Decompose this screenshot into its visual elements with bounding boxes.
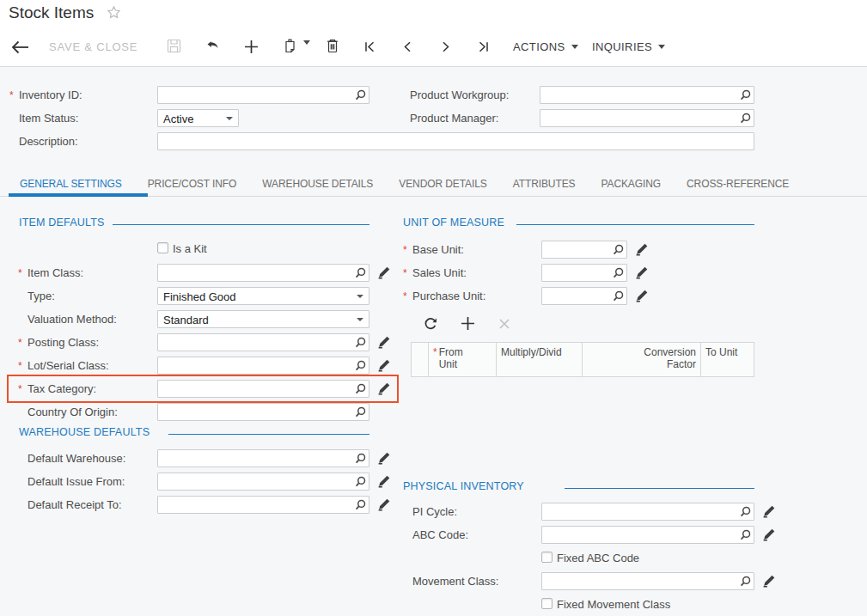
edit-pencil-icon[interactable] bbox=[635, 242, 649, 256]
edit-pencil-icon[interactable] bbox=[762, 574, 776, 588]
edit-pencil-icon[interactable] bbox=[377, 381, 391, 395]
search-icon[interactable] bbox=[354, 453, 366, 465]
search-icon[interactable] bbox=[739, 506, 751, 518]
save-close-button[interactable]: SAVE & CLOSE bbox=[49, 40, 137, 53]
search-icon[interactable] bbox=[612, 290, 624, 302]
back-arrow-icon[interactable] bbox=[11, 40, 29, 54]
previous-record-icon[interactable] bbox=[402, 41, 413, 52]
search-icon[interactable] bbox=[354, 499, 366, 511]
inquiries-menu-button[interactable]: INQUIRIES bbox=[592, 40, 665, 53]
movement-class-field[interactable] bbox=[541, 572, 754, 590]
search-icon[interactable] bbox=[354, 406, 366, 418]
inquiries-menu-label: INQUIRIES bbox=[592, 40, 652, 53]
tab-warehouse-details[interactable]: WAREHOUSE DETAILS bbox=[262, 178, 373, 190]
type-select[interactable]: Finished Good bbox=[157, 287, 369, 305]
pi-cycle-field[interactable] bbox=[541, 503, 754, 521]
sales-unit-field[interactable] bbox=[541, 264, 627, 282]
purchase-unit-field[interactable] bbox=[541, 287, 627, 305]
undo-icon[interactable] bbox=[205, 40, 220, 52]
edit-pencil-icon[interactable] bbox=[635, 289, 649, 302]
default-warehouse-label: Default Warehouse: bbox=[27, 452, 125, 465]
search-icon[interactable] bbox=[739, 529, 751, 541]
search-icon[interactable] bbox=[612, 267, 624, 279]
is-a-kit-checkbox[interactable] bbox=[157, 242, 168, 253]
search-icon[interactable] bbox=[354, 89, 366, 101]
tab-vendor-details[interactable]: VENDOR DETAILS bbox=[399, 178, 486, 190]
refresh-icon[interactable] bbox=[424, 317, 437, 331]
inventory-id-field[interactable] bbox=[157, 86, 369, 104]
edit-pencil-icon[interactable] bbox=[377, 335, 391, 349]
search-icon[interactable] bbox=[354, 476, 366, 488]
search-icon[interactable] bbox=[739, 89, 751, 101]
fixed-movement-class-checkbox[interactable] bbox=[541, 598, 553, 609]
search-icon[interactable] bbox=[354, 337, 366, 349]
fixed-abc-code-label: Fixed ABC Code bbox=[557, 552, 639, 564]
fixed-movement-class-label: Fixed Movement Class bbox=[557, 598, 670, 611]
edit-pencil-icon[interactable] bbox=[377, 474, 391, 488]
edit-pencil-icon[interactable] bbox=[762, 504, 776, 518]
default-receipt-to-field[interactable] bbox=[157, 496, 369, 514]
type-label: Type: bbox=[27, 290, 55, 302]
required-marker: * bbox=[403, 244, 407, 257]
default-issue-from-field[interactable] bbox=[157, 473, 369, 491]
product-manager-field[interactable] bbox=[540, 109, 754, 127]
active-tab-indicator bbox=[9, 193, 148, 197]
abc-code-field[interactable] bbox=[541, 526, 754, 544]
sales-unit-label: *Sales Unit: bbox=[412, 266, 467, 279]
valuation-method-select[interactable]: Standard bbox=[157, 310, 369, 328]
tab-packaging[interactable]: PACKAGING bbox=[601, 178, 661, 190]
edit-pencil-icon[interactable] bbox=[635, 265, 649, 279]
column-header-multiply-divide[interactable]: Multiply/Divid bbox=[497, 343, 583, 376]
chevron-down-icon bbox=[226, 117, 233, 120]
column-header-conversion-factor[interactable]: Conversion Factor bbox=[583, 343, 701, 376]
product-manager-label: Product Manager: bbox=[410, 112, 498, 125]
search-icon[interactable] bbox=[354, 267, 366, 279]
movement-class-label: Movement Class: bbox=[412, 575, 498, 588]
clipboard-menu-caret-icon[interactable] bbox=[303, 45, 310, 60]
edit-pencil-icon[interactable] bbox=[377, 497, 391, 511]
actions-caret-icon bbox=[571, 45, 578, 49]
tab-attributes[interactable]: ATTRIBUTES bbox=[513, 178, 576, 190]
delete-trash-icon[interactable] bbox=[326, 38, 339, 54]
lot-serial-class-field[interactable] bbox=[157, 357, 369, 375]
search-icon[interactable] bbox=[739, 113, 751, 125]
main-toolbar: SAVE & CLOSE ACTIONS bbox=[0, 28, 867, 67]
tax-category-field[interactable] bbox=[157, 380, 369, 398]
unit-of-measure-section-title: UNIT OF MEASURE bbox=[403, 217, 504, 229]
clipboard-icon[interactable] bbox=[284, 39, 296, 54]
item-class-field[interactable] bbox=[157, 264, 369, 282]
add-row-icon[interactable] bbox=[461, 316, 475, 331]
country-of-origin-field[interactable] bbox=[157, 403, 369, 421]
search-icon[interactable] bbox=[739, 576, 751, 588]
search-icon[interactable] bbox=[354, 360, 366, 372]
required-marker: * bbox=[18, 360, 22, 373]
favorite-star-icon[interactable] bbox=[107, 5, 121, 20]
actions-menu-button[interactable]: ACTIONS bbox=[513, 40, 578, 53]
column-header-from-unit[interactable]: *From Unit bbox=[429, 343, 497, 376]
edit-pencil-icon[interactable] bbox=[377, 358, 391, 372]
column-header-to-unit[interactable]: To Unit bbox=[701, 343, 755, 376]
item-status-select[interactable]: Active bbox=[157, 109, 239, 127]
add-new-icon[interactable] bbox=[244, 40, 259, 54]
base-unit-field[interactable] bbox=[541, 241, 627, 259]
search-icon[interactable] bbox=[354, 383, 366, 395]
product-workgroup-label: Product Workgroup: bbox=[410, 88, 509, 101]
tab-general-settings[interactable]: GENERAL SETTINGS bbox=[20, 178, 122, 190]
search-icon[interactable] bbox=[612, 244, 624, 256]
product-workgroup-field[interactable] bbox=[540, 86, 754, 104]
fixed-abc-code-checkbox[interactable] bbox=[541, 552, 553, 563]
last-record-icon[interactable] bbox=[478, 41, 489, 52]
tab-cross-reference[interactable]: CROSS-REFERENCE bbox=[687, 178, 789, 190]
default-warehouse-field[interactable] bbox=[157, 449, 369, 467]
actions-menu-label: ACTIONS bbox=[513, 40, 565, 53]
posting-class-field[interactable] bbox=[157, 333, 369, 351]
next-record-icon[interactable] bbox=[440, 41, 451, 52]
delete-row-icon[interactable] bbox=[498, 318, 510, 330]
tab-price-cost-info[interactable]: PRICE/COST INFO bbox=[148, 178, 237, 190]
description-field[interactable] bbox=[157, 132, 754, 150]
save-icon[interactable] bbox=[167, 39, 181, 53]
first-record-icon[interactable] bbox=[364, 41, 375, 52]
edit-pencil-icon[interactable] bbox=[377, 265, 391, 279]
edit-pencil-icon[interactable] bbox=[762, 528, 776, 541]
edit-pencil-icon[interactable] bbox=[377, 451, 391, 465]
